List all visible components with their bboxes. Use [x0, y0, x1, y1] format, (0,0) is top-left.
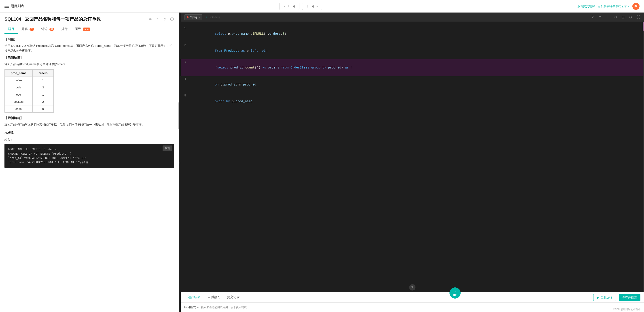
refresh-icon[interactable]: ↻ [613, 15, 618, 20]
top-arrow-icon: ↑ [454, 290, 456, 294]
editor-scrollbar-thumb [643, 22, 644, 31]
problem-title: SQL104 返回产品名称和每一项产品的总订单数 [4, 16, 101, 22]
settings-icon[interactable]: ⚙ [628, 15, 633, 20]
col-orders: orders [33, 70, 54, 77]
topbar-icons: ? ≡ ↓ ↻ ⊡ ⚙ ⛶ [590, 15, 640, 20]
main-content: SQL104 返回产品名称和每一项产品的总订单数 ✏ ☆ ⎋ ⓘ 题目 [0, 13, 644, 312]
prev-label: ＜ 上一题 [283, 4, 296, 8]
nav-center: ＜ 上一题 下一题 ＞ [279, 3, 322, 10]
tab-problem[interactable]: 题目 [4, 25, 18, 34]
db-label: Mysql [190, 16, 198, 19]
left-scroll [177, 13, 179, 312]
bottom-tabs: 运行结果 自测输入 提交记录 ▶ 自测运行 [181, 292, 644, 302]
resize-handle[interactable] [179, 13, 181, 312]
result-table: prod_name orders coffee1cola3egg1sockets… [4, 69, 54, 113]
download-icon[interactable]: ↓ [606, 15, 610, 20]
solution-count: 26 [30, 28, 34, 31]
problem-title-row: SQL104 返回产品名称和每一项产品的总订单数 ✏ ☆ ⎋ ⓘ [4, 16, 174, 22]
prev-btn[interactable]: ＜ 上一题 [279, 3, 300, 10]
example1-heading: 示例1 [4, 131, 174, 135]
avatar[interactable]: 32 [632, 3, 640, 10]
line-num-5: 5 [184, 93, 189, 98]
help-icon[interactable]: ? [590, 15, 595, 20]
collapse-arrow[interactable]: ▼ [409, 284, 416, 290]
line-content-2: from Products as p left join [192, 43, 640, 60]
db-selector[interactable]: Mysql ▾ [184, 14, 202, 20]
line-content-1: select p.prod_name ,IFNULL(n.orders,0) [192, 26, 640, 43]
bottom-tab-list: 运行结果 自测输入 提交记录 [184, 292, 243, 302]
copy-button[interactable]: 复制 [162, 145, 172, 151]
dot3 [180, 163, 180, 164]
menu-icon[interactable] [4, 5, 9, 8]
run-icon: ▶ [597, 296, 599, 299]
tab-discuss[interactable]: 讨论 91 [38, 25, 58, 34]
line-content-4: on p.prod_id=n.prod_id [192, 76, 640, 93]
submit-btn[interactable]: 保存并提交 [619, 294, 640, 301]
line-num-3: 3 [185, 59, 189, 65]
sql-label: SQL编程 [209, 16, 220, 19]
table-cell: coffee [5, 77, 33, 84]
collapse-icon: ▼ [412, 284, 413, 290]
nav-title[interactable]: 题目列表 [11, 4, 24, 8]
avatar-text: 32 [634, 5, 637, 8]
table-cell: egg [5, 91, 33, 98]
edit-icon[interactable]: ✏ [148, 17, 153, 22]
tab-interview[interactable]: 面经 new [71, 25, 94, 34]
practice-dropdown-icon[interactable]: ▾ [197, 306, 199, 309]
tab-run-result[interactable]: 运行结果 [184, 292, 204, 302]
table-row: egg1 [5, 91, 54, 98]
dot2 [180, 162, 180, 163]
line-content-5: order by p.prod_name [192, 93, 640, 110]
problem-id: SQL104 [4, 17, 21, 22]
app-container: 题目列表 ＜ 上一题 下一题 ＞ 点击提交题解，有机会获得牛币或京东卡 32 [0, 0, 644, 312]
next-btn[interactable]: 下一题 ＞ [302, 3, 322, 10]
line-num-1: 1 [184, 26, 189, 31]
info-icon[interactable]: ⓘ [170, 17, 174, 22]
run-btn[interactable]: ▶ 自测运行 [593, 294, 616, 301]
top-button[interactable]: ↑ TOP [450, 287, 461, 298]
top-label: TOP [453, 294, 457, 296]
bottom-content: 练习模式 ▾ 提示未通过的测试用例，便于代码调试 [181, 302, 644, 312]
top-nav: 题目列表 ＜ 上一题 下一题 ＞ 点击提交题解，有机会获得牛币或京东卡 32 [0, 0, 644, 13]
tab-test-input[interactable]: 自测输入 [204, 292, 224, 302]
star-icon[interactable]: ☆ [156, 17, 160, 22]
code-line-1: 1 select p.prod_name ,IFNULL(n.orders,0) [181, 26, 644, 43]
left-scroll-thumb [178, 102, 179, 129]
code-line-3: 3 (select prod_id,count(*) as orders fro… [181, 59, 644, 76]
line-num-2: 2 [184, 43, 189, 48]
code-line-5: 5 order by p.prod_name [181, 93, 644, 110]
table-row: sockets2 [5, 98, 54, 105]
tab-solution[interactable]: 题解 26 [18, 25, 38, 34]
problem-title-text: 返回产品名称和每一项产品的总订单数 [25, 17, 101, 22]
table-cell: 1 [33, 91, 54, 98]
input-label: 输入： [4, 138, 13, 142]
tab-submit-history[interactable]: 提交记录 [224, 292, 243, 302]
csdn-footer: CSDN @程博谐的小西弟 [613, 308, 640, 311]
tab-rank[interactable]: 排行 [58, 25, 71, 34]
promo-text[interactable]: 点击提交题解，有机会获得牛币或京东卡 [577, 4, 630, 8]
chevron-down-icon: ▾ [199, 16, 200, 18]
right-topbar: Mysql ▾ • SQL编程 ? ≡ ↓ ↻ ⊡ ⚙ ⛶ [181, 13, 644, 22]
expand-icon[interactable]: ⊡ [621, 15, 625, 20]
practice-mode-label[interactable]: 练习模式 [184, 305, 196, 309]
fullscreen-icon[interactable]: ⛶ [636, 15, 640, 20]
left-panel: SQL104 返回产品名称和每一项产品的总订单数 ✏ ☆ ⎋ ⓘ 题目 [0, 13, 179, 312]
tab-solution-label: 题解 [22, 27, 28, 31]
table-cell: 3 [33, 84, 54, 91]
share-icon[interactable]: ⎋ [162, 17, 167, 22]
tab-run-result-label: 运行结果 [188, 295, 200, 299]
code-editor[interactable]: 1 select p.prod_name ,IFNULL(n.orders,0)… [181, 22, 644, 292]
problem-content[interactable]: 【问题】 使用 OUTER JOIN 联结 Products 表和 OrderI… [0, 34, 179, 312]
problem-header: SQL104 返回产品名称和每一项产品的总订单数 ✏ ☆ ⎋ ⓘ [0, 13, 179, 25]
code-line-2: 2 from Products as p left join [181, 43, 644, 60]
example-analysis-section: 【示例解析】 [4, 116, 174, 120]
right-panel: Mysql ▾ • SQL编程 ? ≡ ↓ ↻ ⊡ ⚙ ⛶ [181, 13, 644, 312]
line-content-3: (select prod_id,count(*) as orders from … [193, 59, 640, 76]
nav-right: 点击提交题解，有机会获得牛币或京东卡 32 [577, 3, 640, 10]
db-dot [187, 16, 188, 18]
discuss-count: 91 [50, 28, 54, 31]
next-label: 下一题 ＞ [306, 4, 318, 8]
example-analysis-text: 返回产品和产品对应的实际支付的订单数，但是无实际订单的产品soda也返回，最后根… [4, 122, 174, 127]
list-icon[interactable]: ≡ [598, 15, 602, 20]
sql-badge: • SQL编程 [206, 15, 220, 19]
